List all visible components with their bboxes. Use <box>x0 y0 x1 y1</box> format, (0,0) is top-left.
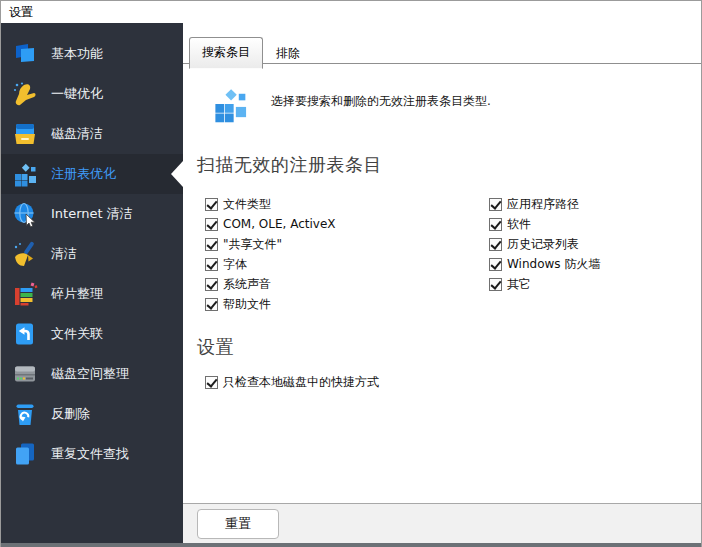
cleanup-icon <box>12 241 38 267</box>
checkbox-row[interactable]: 软件 <box>489 214 600 234</box>
scan-checkbox-column-right: 应用程序路径软件历史记录列表Windows 防火墙其它 <box>489 194 600 294</box>
sidebar-item-file-association[interactable]: 文件关联 <box>1 314 183 354</box>
sidebar-item-cleanup[interactable]: 清洁 <box>1 234 183 274</box>
footer-bar: 重置 <box>183 503 701 543</box>
registry-optimize-icon <box>211 85 249 123</box>
window-bottom-edge <box>1 543 701 547</box>
sidebar-item-label: 重复文件查找 <box>51 445 129 463</box>
checkbox-label: 软件 <box>507 216 531 233</box>
checkbox-row[interactable]: 帮助文件 <box>205 294 336 314</box>
checkbox-label: 帮助文件 <box>223 296 271 313</box>
checkbox[interactable] <box>205 376 218 389</box>
sidebar-item-registry-optimize[interactable]: 注册表优化 <box>1 154 183 194</box>
settings-window: 设置 基本功能一键优化磁盘清洁注册表优化Internet 清洁清洁碎片整理文件关… <box>0 0 702 547</box>
basic-functions-icon <box>12 41 38 67</box>
tab-exclude[interactable]: 排除 <box>263 39 313 68</box>
sidebar-item-disk-space[interactable]: 磁盘空间整理 <box>1 354 183 394</box>
settings-checkbox-column: 只检查本地磁盘中的快捷方式 <box>205 372 379 392</box>
checkbox-label: 字体 <box>223 256 247 273</box>
sidebar: 基本功能一键优化磁盘清洁注册表优化Internet 清洁清洁碎片整理文件关联磁盘… <box>1 23 183 543</box>
checkbox[interactable] <box>489 258 502 271</box>
checkbox[interactable] <box>205 238 218 251</box>
checkbox[interactable] <box>489 218 502 231</box>
checkbox[interactable] <box>205 218 218 231</box>
checkbox-row[interactable]: 其它 <box>489 274 600 294</box>
sidebar-item-internet-cleanup[interactable]: Internet 清洁 <box>1 194 183 234</box>
duplicate-finder-icon <box>12 441 38 467</box>
disk-cleanup-icon <box>12 121 38 147</box>
checkbox-row[interactable]: COM, OLE, ActiveX <box>205 214 336 234</box>
sidebar-item-disk-cleanup[interactable]: 磁盘清洁 <box>1 114 183 154</box>
sidebar-item-label: Internet 清洁 <box>51 205 133 223</box>
tab-bar: 搜索条目排除 <box>183 36 701 64</box>
checkbox[interactable] <box>205 258 218 271</box>
checkbox[interactable] <box>489 238 502 251</box>
checkbox-row[interactable]: Windows 防火墙 <box>489 254 600 274</box>
checkbox-label: 文件类型 <box>223 196 271 213</box>
defrag-icon <box>12 281 38 307</box>
file-association-icon <box>12 321 38 347</box>
checkbox-label: 历史记录列表 <box>507 236 579 253</box>
checkbox-label: "共享文件" <box>223 236 282 253</box>
sidebar-item-duplicate-finder[interactable]: 重复文件查找 <box>1 434 183 474</box>
internet-cleanup-icon <box>12 201 38 227</box>
sidebar-item-label: 清洁 <box>51 245 77 263</box>
checkbox-row[interactable]: 只检查本地磁盘中的快捷方式 <box>205 372 379 392</box>
scan-checkbox-column-left: 文件类型COM, OLE, ActiveX"共享文件"字体系统声音帮助文件 <box>205 194 336 314</box>
sidebar-item-basic-functions[interactable]: 基本功能 <box>1 34 183 74</box>
sidebar-item-label: 反删除 <box>51 405 90 423</box>
sidebar-item-label: 文件关联 <box>51 325 103 343</box>
checkbox[interactable] <box>205 198 218 211</box>
sidebar-item-defrag[interactable]: 碎片整理 <box>1 274 183 314</box>
registry-optimize-icon <box>12 161 38 187</box>
checkbox-label: 其它 <box>507 276 531 293</box>
content-panel: 搜索条目排除 选择要搜索和删除的无效注册表条目类型. 扫描无效的注册表条目 文件… <box>183 23 701 543</box>
sidebar-item-label: 一键优化 <box>51 85 103 103</box>
checkbox-row[interactable]: 文件类型 <box>205 194 336 214</box>
sidebar-item-label: 基本功能 <box>51 45 103 63</box>
checkbox[interactable] <box>205 278 218 291</box>
main-area: 基本功能一键优化磁盘清洁注册表优化Internet 清洁清洁碎片整理文件关联磁盘… <box>1 23 701 543</box>
checkbox-label: COM, OLE, ActiveX <box>223 217 336 231</box>
undelete-icon <box>12 401 38 427</box>
sidebar-item-undelete[interactable]: 反删除 <box>1 394 183 434</box>
checkbox[interactable] <box>489 278 502 291</box>
checkbox-label: 应用程序路径 <box>507 196 579 213</box>
checkbox[interactable] <box>489 198 502 211</box>
reset-button[interactable]: 重置 <box>197 509 279 539</box>
header-description: 选择要搜索和删除的无效注册表条目类型. <box>271 93 491 110</box>
one-click-optimize-icon <box>12 81 38 107</box>
checkbox-label: 只检查本地磁盘中的快捷方式 <box>223 374 379 391</box>
checkbox-label: Windows 防火墙 <box>507 256 600 273</box>
titlebar: 设置 <box>1 1 701 23</box>
checkbox-row[interactable]: "共享文件" <box>205 234 336 254</box>
checkbox[interactable] <box>205 298 218 311</box>
checkbox-row[interactable]: 字体 <box>205 254 336 274</box>
disk-space-icon <box>12 361 38 387</box>
window-title: 设置 <box>9 4 33 21</box>
sidebar-item-label: 碎片整理 <box>51 285 103 303</box>
sidebar-item-label: 注册表优化 <box>51 165 116 183</box>
checkbox-row[interactable]: 系统声音 <box>205 274 336 294</box>
page-header: 选择要搜索和删除的无效注册表条目类型. <box>211 85 685 123</box>
checkbox-label: 系统声音 <box>223 276 271 293</box>
checkbox-row[interactable]: 应用程序路径 <box>489 194 600 214</box>
tab-search-entries[interactable]: 搜索条目 <box>189 37 263 69</box>
settings-section-title: 设置 <box>197 335 234 359</box>
sidebar-item-label: 磁盘空间整理 <box>51 365 129 383</box>
sidebar-item-one-click-optimize[interactable]: 一键优化 <box>1 74 183 114</box>
sidebar-item-label: 磁盘清洁 <box>51 125 103 143</box>
checkbox-row[interactable]: 历史记录列表 <box>489 234 600 254</box>
scan-section-title: 扫描无效的注册表条目 <box>197 153 382 177</box>
